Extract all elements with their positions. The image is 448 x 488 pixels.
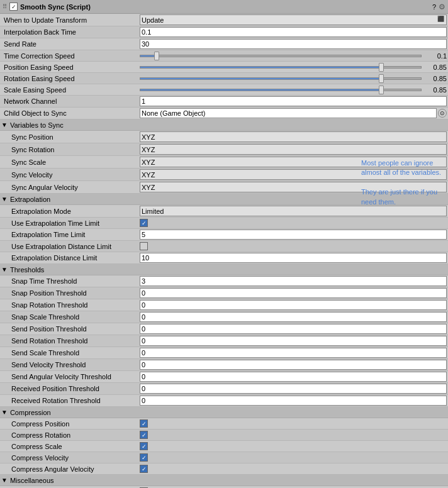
- rotation-easing-speed-value: 0.85: [424, 75, 447, 82]
- send-scale-threshold-label: Send Scale Threshold: [1, 349, 140, 357]
- smooth-sync-panel: ⠿ Smooth Sync (Script) ? ⚙ When to Updat…: [0, 0, 448, 488]
- received-rotation-threshold-input[interactable]: [140, 396, 447, 406]
- compression-section-header[interactable]: ▼ Compression: [0, 407, 448, 418]
- extrapolation-distance-limit-input[interactable]: [140, 253, 447, 263]
- sync-position-select[interactable]: XYZNone: [140, 131, 447, 142]
- when-to-update-label: When to Update Transform: [1, 16, 140, 24]
- compress-position-checkbox[interactable]: [140, 419, 148, 428]
- snap-time-threshold-row: Snap Time Threshold: [0, 275, 448, 287]
- send-rotation-threshold-label: Send Rotation Threshold: [1, 337, 140, 345]
- snap-scale-threshold-input[interactable]: [140, 312, 447, 322]
- time-correction-speed-track[interactable]: [140, 55, 422, 57]
- compress-velocity-checkbox[interactable]: [140, 453, 148, 462]
- snap-time-threshold-input[interactable]: [140, 276, 447, 286]
- use-extrapolation-distance-limit-label: Use Extrapolation Distance Limit: [1, 243, 140, 250]
- received-position-threshold-row: Received Position Threshold: [0, 383, 448, 395]
- compress-velocity-row: Compress Velocity: [0, 452, 448, 463]
- position-easing-speed-track[interactable]: [140, 66, 422, 69]
- snap-position-threshold-label: Snap Position Threshold: [1, 289, 140, 297]
- drag-handle-icon: ⠿: [3, 3, 7, 10]
- send-rotation-threshold-row: Send Rotation Threshold: [0, 335, 448, 347]
- send-rate-row: Send Rate: [0, 38, 448, 50]
- use-extrapolation-distance-limit-row: Use Extrapolation Distance Limit: [0, 241, 448, 252]
- sync-angular-velocity-label: Sync Angular Velocity: [1, 184, 140, 191]
- extrapolation-time-limit-label: Extrapolation Time Limit: [1, 231, 140, 238]
- received-position-threshold-input[interactable]: [140, 384, 447, 394]
- scale-easing-speed-track[interactable]: [140, 89, 422, 91]
- extrapolation-time-limit-input[interactable]: [140, 230, 447, 240]
- enabled-checkbox[interactable]: [9, 3, 18, 11]
- sync-scale-label: Sync Scale: [1, 158, 140, 166]
- settings-icon[interactable]: ⚙: [439, 3, 445, 11]
- network-channel-label: Network Channel: [1, 97, 140, 105]
- snap-rotation-threshold-row: Snap Rotation Threshold: [0, 299, 448, 311]
- send-rate-label: Send Rate: [1, 40, 140, 48]
- compress-scale-row: Compress Scale: [0, 441, 448, 452]
- extrapolation-mode-row: Extrapolation Mode LimitedUnlimitedNone: [0, 205, 448, 218]
- child-object-row: Child Object to Sync ⊙: [0, 108, 448, 119]
- compress-angular-velocity-checkbox[interactable]: [140, 465, 148, 473]
- extrapolation-distance-limit-row: Extrapolation Distance Limit: [0, 252, 448, 264]
- variables-collapse-icon: ▼: [1, 121, 8, 128]
- send-rate-input[interactable]: [140, 39, 447, 49]
- send-angular-velocity-threshold-input[interactable]: [140, 372, 447, 382]
- send-velocity-threshold-row: Send Velocity Threshold: [0, 359, 448, 371]
- extrapolation-time-limit-row: Extrapolation Time Limit: [0, 229, 448, 241]
- rotation-easing-speed-row: Rotation Easing Speed 0.85: [0, 73, 448, 84]
- help-icon[interactable]: ?: [432, 3, 436, 11]
- rotation-easing-speed-track[interactable]: [140, 77, 422, 80]
- compress-rotation-checkbox[interactable]: [140, 431, 148, 439]
- received-position-threshold-label: Received Position Threshold: [1, 385, 140, 392]
- variables-section-header[interactable]: ▼ Variables to Sync: [0, 119, 448, 131]
- compress-rotation-label: Compress Rotation: [1, 431, 140, 439]
- compress-scale-checkbox[interactable]: [140, 442, 148, 450]
- when-to-update-select[interactable]: Update FixedUpdate LateUpdate: [140, 14, 447, 25]
- received-rotation-threshold-row: Received Rotation Threshold: [0, 395, 448, 407]
- thresholds-section-label: Thresholds: [10, 266, 44, 274]
- send-angular-velocity-threshold-label: Send Angular Velocity Threshold: [1, 373, 140, 380]
- sync-velocity-label: Sync Velocity: [1, 171, 140, 179]
- header-right-icons: ? ⚙: [432, 3, 445, 11]
- variables-section-label: Variables to Sync: [10, 121, 64, 129]
- time-correction-speed-row: Time Correction Speed 0.1: [0, 50, 448, 62]
- time-correction-speed-value: 0.1: [424, 52, 447, 60]
- sync-position-row: Sync Position XYZNone: [0, 131, 448, 143]
- use-extrapolation-distance-limit-checkbox[interactable]: [140, 242, 148, 250]
- thresholds-section-header[interactable]: ▼ Thresholds: [0, 264, 448, 275]
- received-rotation-threshold-label: Received Rotation Threshold: [1, 397, 140, 404]
- snap-rotation-threshold-input[interactable]: [140, 300, 447, 310]
- sync-rotation-row: Sync Rotation XYZNone: [0, 143, 448, 156]
- extrapolation-mode-select[interactable]: LimitedUnlimitedNone: [140, 206, 447, 216]
- compress-angular-velocity-row: Compress Angular Velocity: [0, 463, 448, 475]
- send-position-threshold-row: Send Position Threshold: [0, 323, 448, 335]
- interpolation-back-time-label: Interpolation Back Time: [1, 28, 140, 36]
- send-position-threshold-input[interactable]: [140, 324, 447, 334]
- sidebar-note: Most people can ignore almost all of the…: [361, 158, 443, 207]
- when-to-update-value[interactable]: Update FixedUpdate LateUpdate ⬛: [140, 14, 447, 25]
- send-scale-threshold-input[interactable]: [140, 348, 447, 358]
- use-extrapolation-time-limit-row: Use Extrapolation Time Limit: [0, 218, 448, 229]
- position-easing-speed-label: Position Easing Speed: [1, 64, 140, 71]
- snap-position-threshold-input[interactable]: [140, 288, 447, 298]
- position-easing-speed-value: 0.85: [424, 64, 447, 71]
- thresholds-collapse-icon: ▼: [1, 266, 8, 273]
- compression-collapse-icon: ▼: [1, 409, 8, 416]
- child-object-input[interactable]: [140, 108, 437, 118]
- sync-rotation-select[interactable]: XYZNone: [140, 144, 447, 155]
- child-object-picker-icon[interactable]: ⊙: [438, 109, 447, 118]
- interpolation-back-time-input[interactable]: [140, 27, 447, 37]
- header-left-icons: ⠿: [3, 3, 18, 11]
- compress-scale-label: Compress Scale: [1, 443, 140, 450]
- use-extrapolation-time-limit-checkbox[interactable]: [140, 219, 148, 227]
- position-easing-speed-row: Position Easing Speed 0.85: [0, 62, 448, 73]
- miscellaneous-section-header[interactable]: ▼ Miscellaneous: [0, 475, 448, 486]
- compress-velocity-label: Compress Velocity: [1, 454, 140, 462]
- sidebar-note-text: Most people can ignore almost all of the…: [361, 159, 441, 206]
- extrapolation-distance-limit-label: Extrapolation Distance Limit: [1, 254, 140, 262]
- send-velocity-threshold-input[interactable]: [140, 360, 447, 370]
- interpolation-back-time-row: Interpolation Back Time: [0, 26, 448, 38]
- network-channel-input[interactable]: [140, 96, 447, 106]
- scale-easing-speed-row: Scale Easing Speed 0.85: [0, 84, 448, 96]
- extrapolation-mode-label: Extrapolation Mode: [1, 208, 140, 215]
- send-rotation-threshold-input[interactable]: [140, 336, 447, 346]
